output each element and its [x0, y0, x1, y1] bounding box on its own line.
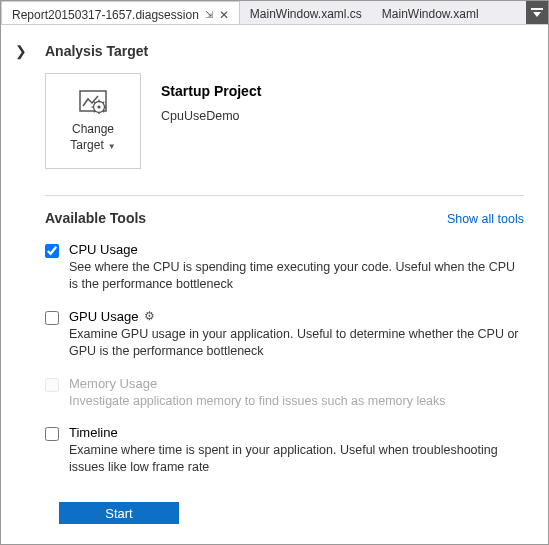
startup-project-heading: Startup Project [161, 83, 261, 99]
project-name-label: CpuUseDemo [161, 109, 261, 123]
section-expander[interactable]: ❯ [11, 43, 31, 59]
tab-label: MainWindow.xaml [382, 7, 479, 21]
tool-checkbox-cpu[interactable] [45, 244, 59, 258]
tool-memory-usage: Memory Usage Investigate application mem… [45, 376, 524, 410]
tool-desc: Examine where time is spent in your appl… [69, 442, 524, 476]
available-tools-heading: Available Tools [45, 210, 146, 226]
change-target-label-2: Target▼ [70, 138, 115, 152]
tab-label: MainWindow.xaml.cs [250, 7, 362, 21]
tab-mainwindow-xaml[interactable]: MainWindow.xaml [372, 1, 489, 24]
target-icon [79, 90, 107, 114]
analysis-target-heading: Analysis Target [45, 43, 148, 59]
tab-diagsession[interactable]: Report20150317-1657.diagsession ⇲ ✕ [1, 1, 240, 24]
overflow-icon [531, 8, 543, 18]
tab-overflow-menu[interactable] [526, 1, 548, 24]
target-info: Startup Project CpuUseDemo [161, 73, 261, 169]
gear-icon[interactable]: ⚙ [144, 309, 155, 323]
tool-timeline: Timeline Examine where time is spent in … [45, 425, 524, 476]
chevron-down-icon: ▼ [108, 142, 116, 151]
tool-name: GPU Usage [69, 309, 138, 324]
close-icon[interactable]: ✕ [219, 8, 229, 22]
tool-cpu-usage: CPU Usage See where the CPU is spending … [45, 242, 524, 293]
tool-desc: Examine GPU usage in your application. U… [69, 326, 524, 360]
svg-rect-0 [531, 8, 543, 10]
svg-marker-1 [533, 12, 541, 17]
tool-gpu-usage: GPU Usage ⚙ Examine GPU usage in your ap… [45, 309, 524, 360]
tool-checkbox-memory [45, 378, 59, 392]
tool-checkbox-timeline[interactable] [45, 427, 59, 441]
start-button[interactable]: Start [59, 502, 179, 524]
tool-name: CPU Usage [69, 242, 138, 257]
tool-checkbox-gpu[interactable] [45, 311, 59, 325]
svg-line-11 [103, 102, 104, 103]
tool-name: Timeline [69, 425, 118, 440]
svg-point-4 [97, 105, 100, 108]
tab-mainwindow-cs[interactable]: MainWindow.xaml.cs [240, 1, 372, 24]
diagnostics-panel: ❯ Analysis Target Change Target▼ [1, 25, 548, 534]
pin-icon[interactable]: ⇲ [205, 9, 213, 20]
tab-label: Report20150317-1657.diagsession [12, 8, 199, 22]
svg-line-9 [94, 102, 95, 103]
tool-desc: See where the CPU is spending time execu… [69, 259, 524, 293]
tab-bar: Report20150317-1657.diagsession ⇲ ✕ Main… [1, 1, 548, 25]
change-target-label-1: Change [72, 122, 114, 136]
change-target-button[interactable]: Change Target▼ [45, 73, 141, 169]
section-divider [45, 195, 524, 196]
show-all-tools-link[interactable]: Show all tools [447, 212, 524, 226]
tool-name: Memory Usage [69, 376, 157, 391]
tool-desc: Investigate application memory to find i… [69, 393, 524, 410]
